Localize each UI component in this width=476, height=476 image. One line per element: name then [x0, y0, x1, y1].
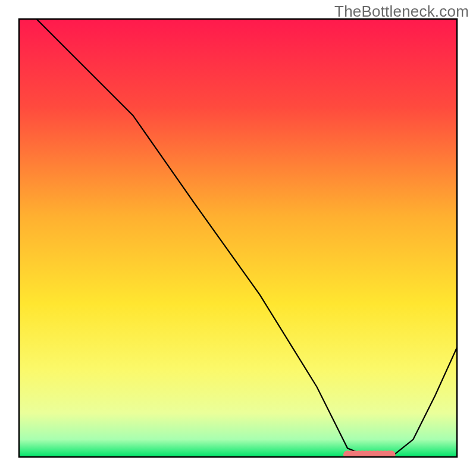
chart-container: TheBottleneck.com [0, 0, 476, 476]
bottleneck-chart [0, 0, 476, 476]
plot-background [19, 19, 457, 457]
